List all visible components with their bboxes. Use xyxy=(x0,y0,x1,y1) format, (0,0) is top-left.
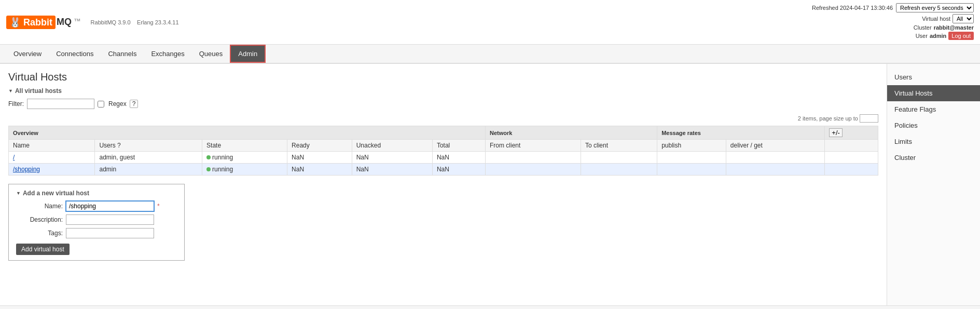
row-action xyxy=(825,164,878,176)
filter-input[interactable] xyxy=(27,99,94,109)
row-name[interactable]: /shopping xyxy=(9,164,95,176)
right-sidebar: Users Virtual Hosts Feature Flags Polici… xyxy=(887,64,980,305)
tags-input[interactable] xyxy=(66,228,154,238)
refresh-row: Refreshed 2024-04-17 13:30:46 Refresh ev… xyxy=(812,3,974,12)
plus-minus-cell[interactable]: +/- xyxy=(825,126,878,140)
all-vhosts-header: ▼ All virtual hosts xyxy=(8,87,878,95)
page-size-row: 2 items, page size up to xyxy=(8,114,878,123)
sidebar-item-limits[interactable]: Limits xyxy=(887,133,980,150)
table-row: / admin, guest running NaN NaN NaN xyxy=(9,152,878,164)
filter-label: Filter: xyxy=(8,100,24,108)
sidebar-item-users[interactable]: Users xyxy=(887,69,980,85)
row-to-client xyxy=(581,164,657,176)
col-unacked: Unacked xyxy=(352,140,432,152)
logo-mq: MQ TM xyxy=(57,17,80,28)
col-users: Users ? xyxy=(95,140,202,152)
all-vhosts-label: All virtual hosts xyxy=(15,87,62,95)
nav-exchanges[interactable]: Exchanges xyxy=(144,46,191,62)
row-name[interactable]: / xyxy=(9,152,95,164)
nav-connections[interactable]: Connections xyxy=(49,46,101,62)
col-publish: publish xyxy=(657,140,726,152)
row-unacked: NaN xyxy=(352,164,432,176)
add-vhost-section: ▼ Add a new virtual host Name: * Descrip… xyxy=(8,184,185,261)
row-deliver-get xyxy=(726,164,825,176)
row-state: running xyxy=(202,164,287,176)
footer: HTTP API Server Docs Tutorials Community… xyxy=(0,305,980,309)
regex-checkbox[interactable] xyxy=(98,101,104,108)
logo-tm: TM xyxy=(74,18,80,22)
status-dot xyxy=(206,167,211,171)
col-total: Total xyxy=(432,140,485,152)
row-publish xyxy=(657,164,726,176)
description-row: Description: xyxy=(16,214,177,225)
tags-label: Tags: xyxy=(16,230,63,237)
sidebar-item-cluster[interactable]: Cluster xyxy=(887,150,980,166)
version-info: RabbitMQ 3.9.0 Erlang 23.3.4.11 xyxy=(91,19,179,25)
description-label: Description: xyxy=(16,216,63,223)
triangle-icon: ▼ xyxy=(8,88,13,93)
col-ready: Ready xyxy=(287,140,352,152)
erlang-version: Erlang 23.3.4.11 xyxy=(137,19,179,25)
virtual-host-row: Virtual host All xyxy=(812,14,974,23)
logout-button[interactable]: Log out xyxy=(948,32,974,40)
content-wrapper: Virtual Hosts ▼ All virtual hosts Filter… xyxy=(0,64,980,305)
row-total: NaN xyxy=(432,152,485,164)
filter-row: Filter: Regex ? xyxy=(8,99,878,109)
asterisk: * xyxy=(157,203,160,210)
row-deliver-get xyxy=(726,152,825,164)
name-row: Name: * xyxy=(16,201,177,211)
add-vhost-header: ▼ Add a new virtual host xyxy=(16,190,177,197)
row-action xyxy=(825,152,878,164)
rabbitmq-version: RabbitMQ 3.9.0 xyxy=(91,19,131,25)
row-users: admin xyxy=(95,164,202,176)
row-total: NaN xyxy=(432,164,485,176)
regex-help[interactable]: ? xyxy=(130,100,139,108)
tags-row: Tags: xyxy=(16,228,177,238)
user-value: admin xyxy=(930,33,946,39)
page-size-input[interactable] xyxy=(860,114,878,123)
nav-admin[interactable]: Admin xyxy=(230,45,266,63)
row-users: admin, guest xyxy=(95,152,202,164)
row-ready: NaN xyxy=(287,152,352,164)
cluster-row: Cluster rabbit@master xyxy=(812,24,974,31)
table-row: /shopping admin running NaN NaN NaN xyxy=(9,164,878,176)
header-right: Refreshed 2024-04-17 13:30:46 Refresh ev… xyxy=(812,3,974,41)
user-label: User xyxy=(916,33,928,39)
col-state: State xyxy=(202,140,287,152)
user-row: User admin Log out xyxy=(812,32,974,40)
sidebar-item-virtual-hosts[interactable]: Virtual Hosts xyxy=(887,85,980,101)
nav-overview[interactable]: Overview xyxy=(6,46,49,62)
triangle-icon: ▼ xyxy=(16,191,21,196)
row-to-client xyxy=(581,152,657,164)
network-group: Network xyxy=(485,126,657,140)
status-dot xyxy=(206,155,211,159)
description-input[interactable] xyxy=(66,214,154,225)
row-state: running xyxy=(202,152,287,164)
page-size-text: 2 items, page size up to xyxy=(798,115,858,122)
overview-group: Overview xyxy=(9,126,486,140)
nav-queues[interactable]: Queues xyxy=(192,46,230,62)
logo-icon: 🐰 xyxy=(9,17,21,28)
message-rates-group: Message rates xyxy=(657,126,825,140)
add-virtual-host-button[interactable]: Add virtual host xyxy=(16,244,70,255)
main-content: Virtual Hosts ▼ All virtual hosts Filter… xyxy=(0,64,887,305)
refresh-select[interactable]: Refresh every 5 seconds Every 10 seconds… xyxy=(896,3,974,12)
row-ready: NaN xyxy=(287,164,352,176)
column-header-row: Name Users ? State Ready Unacked Total F… xyxy=(9,140,878,152)
logo-rabbit: 🐰 Rabbit xyxy=(6,16,56,29)
nav-channels[interactable]: Channels xyxy=(101,46,144,62)
sidebar-item-feature-flags[interactable]: Feature Flags xyxy=(887,101,980,117)
add-vhost-title: Add a new virtual host xyxy=(23,190,89,197)
cluster-value: rabbit@master xyxy=(934,24,974,31)
plus-minus-button[interactable]: +/- xyxy=(829,128,843,137)
sidebar-item-policies[interactable]: Policies xyxy=(887,117,980,133)
virtual-host-select[interactable]: All xyxy=(953,14,974,23)
row-from-client xyxy=(485,164,581,176)
vhost-table: Overview Network Message rates +/- Name … xyxy=(8,126,878,176)
name-input[interactable] xyxy=(66,201,154,211)
name-label: Name: xyxy=(16,203,63,210)
col-from-client: From client xyxy=(485,140,581,152)
logo: 🐰 Rabbit MQ TM xyxy=(6,16,80,29)
refreshed-text: Refreshed 2024-04-17 13:30:46 xyxy=(812,5,893,11)
regex-label: Regex xyxy=(108,100,127,108)
